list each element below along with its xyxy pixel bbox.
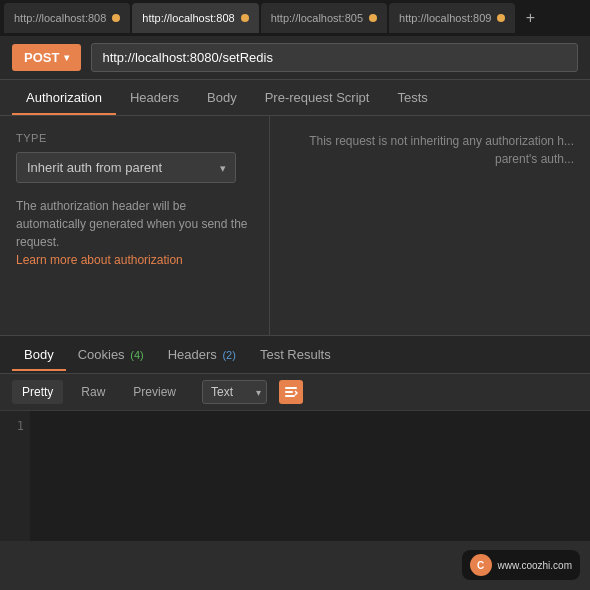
add-tab-button[interactable]: +: [517, 5, 543, 31]
resp-tab-body[interactable]: Body: [12, 339, 66, 370]
watermark-site: www.coozhi.com: [498, 560, 572, 571]
watermark-logo: C: [470, 554, 492, 576]
method-label: POST: [24, 50, 59, 65]
method-button[interactable]: POST ▾: [12, 44, 81, 71]
auth-learn-more-link[interactable]: Learn more about authorization: [16, 253, 183, 267]
tab-dot-2: [241, 14, 249, 22]
browser-tab-bar: http://localhost:808 http://localhost:80…: [0, 0, 590, 36]
tab-dot-3: [369, 14, 377, 22]
tab-label-3: http://localhost:805: [271, 12, 363, 24]
tab-authorization[interactable]: Authorization: [12, 80, 116, 115]
resp-tab-cookies[interactable]: Cookies (4): [66, 339, 156, 370]
tab-dot-4: [497, 14, 505, 22]
line-numbers: 1: [0, 411, 30, 541]
headers-badge: (2): [222, 349, 235, 361]
tab-body[interactable]: Body: [193, 80, 251, 115]
code-area: 1: [0, 411, 590, 541]
cookies-badge: (4): [130, 349, 143, 361]
tab-tests[interactable]: Tests: [383, 80, 441, 115]
method-chevron-icon: ▾: [64, 52, 69, 63]
request-tabs: Authorization Headers Body Pre-request S…: [0, 80, 590, 116]
tab-headers[interactable]: Headers: [116, 80, 193, 115]
code-editor[interactable]: [30, 411, 590, 541]
auth-type-select[interactable]: Inherit auth from parent No Auth Bearer …: [16, 152, 236, 183]
body-format-raw[interactable]: Raw: [71, 380, 115, 404]
auth-section: TYPE Inherit auth from parent No Auth Be…: [0, 116, 590, 336]
resp-tab-headers[interactable]: Headers (2): [156, 339, 248, 370]
wrap-svg-icon: [284, 385, 298, 399]
auth-description: The authorization header will be automat…: [16, 197, 253, 269]
svg-rect-1: [285, 391, 293, 393]
svg-rect-0: [285, 387, 297, 389]
browser-tab-3[interactable]: http://localhost:805: [261, 3, 387, 33]
tab-label-2: http://localhost:808: [142, 12, 234, 24]
browser-tab-2[interactable]: http://localhost:808: [132, 3, 258, 33]
auth-left-panel: TYPE Inherit auth from parent No Auth Be…: [0, 116, 270, 335]
url-bar: POST ▾: [0, 36, 590, 80]
response-tabs: Body Cookies (4) Headers (2) Test Result…: [0, 336, 590, 374]
wrap-icon-button[interactable]: [279, 380, 303, 404]
browser-tab-4[interactable]: http://localhost:809: [389, 3, 515, 33]
resp-tab-test-results[interactable]: Test Results: [248, 339, 343, 370]
body-text-format-select[interactable]: Text HTML JSON XML: [202, 380, 267, 404]
body-format-preview[interactable]: Preview: [123, 380, 186, 404]
tab-label-1: http://localhost:808: [14, 12, 106, 24]
line-number-1: 1: [6, 419, 24, 433]
body-format-pretty[interactable]: Pretty: [12, 380, 63, 404]
tab-pre-request-script[interactable]: Pre-request Script: [251, 80, 384, 115]
auth-right-panel: This request is not inheriting any autho…: [270, 116, 590, 335]
svg-rect-2: [285, 395, 295, 397]
tab-label-4: http://localhost:809: [399, 12, 491, 24]
watermark: C www.coozhi.com: [462, 550, 580, 580]
auth-type-label: TYPE: [16, 132, 253, 144]
browser-tab-1[interactable]: http://localhost:808: [4, 3, 130, 33]
body-toolbar: Pretty Raw Preview Text HTML JSON XML ▾: [0, 374, 590, 411]
url-input[interactable]: [91, 43, 578, 72]
tab-dot-1: [112, 14, 120, 22]
body-text-format-wrapper: Text HTML JSON XML ▾: [202, 380, 267, 404]
auth-type-select-wrapper: Inherit auth from parent No Auth Bearer …: [16, 152, 236, 183]
auth-info-text: This request is not inheriting any autho…: [286, 132, 574, 168]
